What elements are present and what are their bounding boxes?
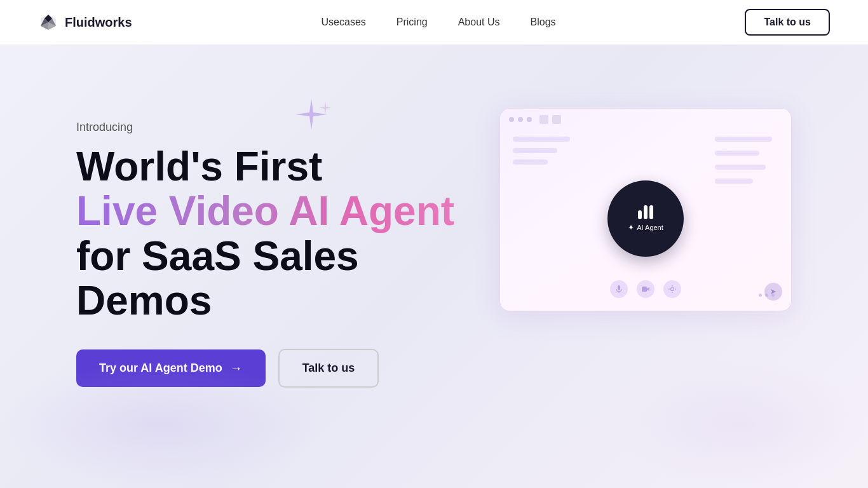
browser-dot-2: [518, 117, 523, 122]
nav-blogs[interactable]: Blogs: [531, 17, 556, 28]
nav-about[interactable]: About Us: [458, 17, 500, 28]
right-line-2: [715, 151, 759, 156]
bg-blob-right: [614, 361, 868, 488]
ai-agent-label: ✦ AI Agent: [628, 223, 663, 232]
logo-text: Fluidworks: [65, 15, 132, 30]
browser-body: ✦ AI Agent: [500, 130, 791, 307]
settings-icon: [663, 280, 681, 298]
browser-dot-3: [527, 117, 532, 122]
panel-line-2: [513, 148, 557, 153]
headline-line3: for SaaS Sales Demos: [76, 234, 470, 323]
logo[interactable]: Fluidworks: [38, 12, 132, 32]
right-line-3: [715, 165, 766, 170]
svg-rect-0: [618, 285, 620, 290]
browser-dot-1: [509, 117, 514, 122]
panel-line-3: [513, 159, 548, 165]
arrow-icon: →: [230, 361, 243, 376]
browser-mockup: ✦ AI Agent: [499, 108, 792, 311]
nav-talk-button[interactable]: Talk to us: [745, 9, 830, 36]
talk-to-us-button[interactable]: Talk to us: [278, 349, 379, 388]
right-line-1: [715, 137, 772, 142]
send-button[interactable]: [764, 283, 782, 301]
cta-buttons: Try our AI Agent Demo → Talk to us: [76, 349, 470, 388]
ai-bar-2: [644, 205, 648, 219]
ai-bar-3: [649, 205, 653, 219]
nav-usecases[interactable]: Usecases: [322, 17, 366, 28]
svg-point-3: [671, 288, 674, 291]
video-icon: [637, 280, 654, 298]
ai-bar-1: [638, 210, 642, 219]
navbar: Fluidworks Usecases Pricing About Us Blo…: [0, 0, 868, 44]
try-demo-button[interactable]: Try our AI Agent Demo →: [76, 349, 266, 387]
svg-rect-2: [642, 287, 647, 292]
mic-icon: [610, 280, 628, 298]
hero-visual: ✦ AI Agent: [499, 108, 792, 311]
ai-agent-visual: ✦ AI Agent: [607, 180, 684, 257]
right-panel: [715, 137, 778, 184]
panel-line-1: [513, 137, 570, 142]
hero-content: Introducing World's First Live Video AI …: [76, 95, 470, 388]
browser-fwd-btn: [552, 115, 561, 124]
headline-line1: World's First: [76, 144, 470, 189]
left-panel: [513, 137, 576, 165]
hero-section: Introducing World's First Live Video AI …: [0, 44, 868, 488]
logo-icon: [38, 12, 58, 32]
browser-bottom-controls: [610, 280, 681, 298]
nav-links: Usecases Pricing About Us Blogs: [322, 17, 556, 28]
browser-back-btn: [539, 115, 548, 124]
nav-pricing[interactable]: Pricing: [397, 17, 428, 28]
ai-waveform: [638, 205, 653, 219]
headline-line2: Live Video AI Agent: [76, 189, 470, 233]
right-line-4: [715, 179, 753, 184]
introducing-label: Introducing: [76, 121, 470, 134]
browser-bar: [500, 109, 791, 130]
browser-controls: [539, 115, 561, 124]
